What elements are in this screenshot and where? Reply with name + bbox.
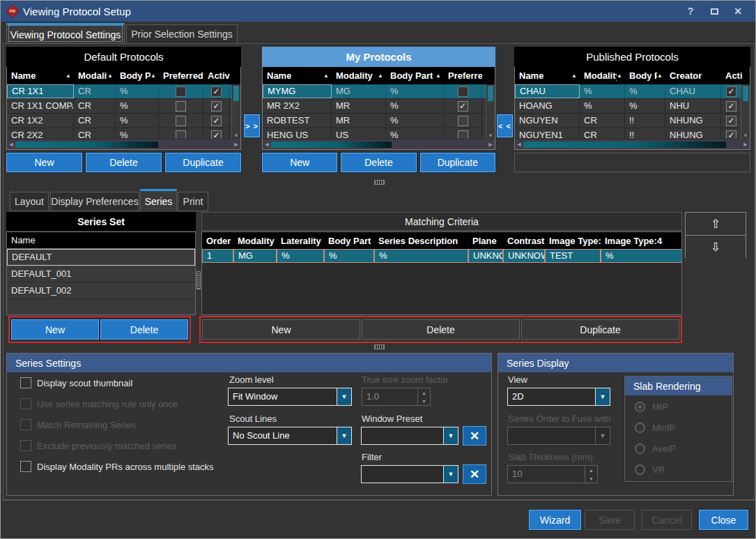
scroll-thumb[interactable] bbox=[743, 86, 748, 101]
sub-tab-layout[interactable]: Layout bbox=[10, 192, 49, 211]
my-protocols-table[interactable]: Name▲Modality▲Body Part▲PreferredMYMGMG%… bbox=[262, 67, 495, 150]
column-header[interactable]: Modality▲ bbox=[74, 67, 116, 84]
table-row[interactable]: NGUYENCR!!NHUNG✓ bbox=[515, 114, 750, 128]
column-header[interactable]: Series Description bbox=[374, 232, 468, 249]
table-row[interactable]: CR 1X1CR%✓ bbox=[7, 84, 240, 99]
scroll-down-icon[interactable]: ▼ bbox=[233, 132, 239, 139]
duplicate-button[interactable]: Duplicate bbox=[420, 153, 495, 172]
scroll-down-icon[interactable]: ▼ bbox=[743, 132, 748, 139]
table-row[interactable]: MYMGMG% bbox=[263, 84, 495, 99]
series-set-list[interactable]: DEFAULTDEFAULT_001DEFAULT_002 bbox=[6, 248, 196, 315]
clear-filter-icon[interactable]: ✕ bbox=[463, 464, 486, 484]
maximize-icon[interactable] bbox=[705, 3, 723, 19]
sub-tab-display-preferences[interactable]: Display Preferences bbox=[50, 192, 139, 211]
list-item[interactable]: DEFAULT_002 bbox=[7, 282, 195, 299]
column-header[interactable]: Name▲ bbox=[515, 67, 580, 84]
column-header[interactable]: Active bbox=[721, 67, 742, 84]
chevron-down-icon[interactable]: ▼ bbox=[443, 466, 458, 483]
scroll-track[interactable] bbox=[15, 142, 232, 148]
default-protocols-table[interactable]: Name▲Modality▲Body Part▲PreferredActiveC… bbox=[6, 67, 241, 150]
scroll-left-icon[interactable]: ◄ bbox=[7, 141, 15, 148]
table-row[interactable]: HOANG%%NHU✓ bbox=[515, 99, 750, 114]
column-header[interactable]: Modality▲ bbox=[580, 67, 625, 84]
splitter-grip[interactable] bbox=[374, 180, 385, 185]
scroll-thumb[interactable] bbox=[523, 142, 726, 148]
checkbox[interactable]: ✓ bbox=[211, 116, 222, 126]
table-row[interactable]: MR 2X2MR%✓ bbox=[263, 99, 495, 114]
scroll-right-icon[interactable]: ► bbox=[741, 141, 750, 148]
series-set-name-header[interactable]: Name bbox=[6, 231, 196, 248]
column-header[interactable]: Modality bbox=[233, 232, 277, 249]
column-header[interactable]: Creator bbox=[665, 67, 721, 84]
main-tab-1[interactable]: Prior Selection Settings bbox=[126, 24, 238, 44]
table-row[interactable]: HENG USUS% bbox=[263, 128, 495, 139]
series-set-delete-button[interactable]: Delete bbox=[100, 319, 188, 340]
new-button[interactable]: New bbox=[262, 153, 337, 172]
table-row[interactable]: CR 1X1 COMPARECR%✓ bbox=[7, 99, 240, 114]
new-button[interactable]: New bbox=[6, 153, 82, 172]
checkbox[interactable]: ✓ bbox=[726, 101, 736, 112]
close-icon[interactable]: ✕ bbox=[729, 3, 747, 19]
list-item[interactable]: DEFAULT_001 bbox=[7, 266, 195, 282]
chevron-down-icon[interactable]: ▼ bbox=[337, 427, 351, 444]
column-header[interactable]: Laterality bbox=[277, 232, 324, 249]
horizontal-scrollbar[interactable]: ◄► bbox=[263, 139, 495, 149]
column-header[interactable]: Order bbox=[202, 232, 233, 249]
checkbox[interactable]: ✓ bbox=[211, 130, 222, 139]
checkbox[interactable]: ✓ bbox=[458, 101, 468, 112]
scout-lines-dropdown[interactable]: No Scout Line▼ bbox=[228, 427, 352, 445]
scroll-right-icon[interactable]: ► bbox=[232, 141, 240, 148]
checkbox[interactable] bbox=[458, 86, 468, 97]
scroll-thumb[interactable] bbox=[271, 142, 392, 148]
column-header[interactable]: Body Part bbox=[324, 232, 374, 249]
table-row[interactable]: CHAU%%CHAU✓ bbox=[515, 84, 750, 99]
column-header[interactable]: Body Part▲ bbox=[386, 67, 444, 84]
vertical-scrollbar[interactable]: ▼ bbox=[486, 84, 495, 139]
checkbox[interactable]: ✓ bbox=[726, 86, 736, 97]
column-header[interactable]: Body Part▲ bbox=[116, 67, 159, 84]
checkbox[interactable]: ✓ bbox=[726, 130, 736, 139]
column-header[interactable]: Body Part▲ bbox=[625, 67, 665, 84]
close-button[interactable]: Close bbox=[699, 510, 748, 530]
main-tab-0[interactable]: Viewing Protocol Settings bbox=[6, 23, 125, 44]
column-header[interactable]: Modality▲ bbox=[332, 67, 386, 84]
view-dropdown[interactable]: 2D▼ bbox=[507, 388, 610, 406]
scroll-thumb[interactable] bbox=[488, 86, 493, 101]
scroll-track[interactable] bbox=[523, 142, 741, 148]
column-header[interactable]: Preferred bbox=[444, 67, 482, 84]
vertical-scrollbar[interactable]: ▼ bbox=[741, 84, 750, 139]
matching-criteria-table[interactable]: OrderModalityLateralityBody PartSeries D… bbox=[201, 231, 682, 315]
scroll-left-icon[interactable]: ◄ bbox=[515, 141, 523, 148]
checkbox-display-scout-thumbnail[interactable]: Display scout thumbnail bbox=[20, 377, 132, 388]
scroll-right-icon[interactable]: ► bbox=[486, 141, 495, 148]
move-left-button[interactable]: < < bbox=[497, 114, 513, 137]
column-header[interactable]: Name▲ bbox=[7, 67, 74, 84]
delete-button[interactable]: Delete bbox=[341, 153, 416, 172]
column-header[interactable]: Preferred bbox=[159, 67, 203, 84]
table-row[interactable]: CR 2X2CR%✓ bbox=[7, 128, 240, 139]
delete-button[interactable]: Delete bbox=[86, 153, 162, 172]
criteria-new-button[interactable]: New bbox=[202, 319, 360, 340]
vertical-scrollbar[interactable]: ▼ bbox=[231, 84, 240, 139]
checkbox[interactable] bbox=[458, 130, 468, 139]
clear-window-preset-icon[interactable]: ✕ bbox=[463, 426, 486, 446]
checkbox[interactable] bbox=[20, 377, 31, 388]
chevron-down-icon[interactable]: ▼ bbox=[337, 388, 351, 405]
column-header[interactable]: Contrast bbox=[503, 232, 545, 249]
column-header[interactable]: Image Type:4 bbox=[601, 232, 682, 249]
column-header[interactable]: Image Type:3 bbox=[545, 232, 601, 249]
checkbox[interactable] bbox=[20, 461, 31, 472]
criteria-row[interactable]: 1MG%%%UNKNOWNUNKNOWNTEST% bbox=[202, 249, 681, 264]
duplicate-button[interactable]: Duplicate bbox=[165, 153, 241, 172]
scroll-left-icon[interactable]: ◄ bbox=[263, 141, 271, 148]
chevron-down-icon[interactable]: ▼ bbox=[595, 388, 610, 405]
checkbox[interactable] bbox=[176, 130, 186, 139]
checkbox[interactable] bbox=[176, 86, 186, 97]
scroll-thumb[interactable] bbox=[15, 142, 158, 148]
table-row[interactable]: NGUYEN1CR!!NHUNG✓ bbox=[515, 128, 750, 139]
chevron-down-icon[interactable]: ▼ bbox=[443, 427, 458, 444]
table-row[interactable]: CR 1X2CR%✓ bbox=[7, 114, 240, 128]
wizard-button[interactable]: Wizard bbox=[529, 510, 581, 530]
splitter-grip-vertical[interactable] bbox=[196, 271, 201, 289]
list-item[interactable]: DEFAULT bbox=[7, 249, 195, 266]
